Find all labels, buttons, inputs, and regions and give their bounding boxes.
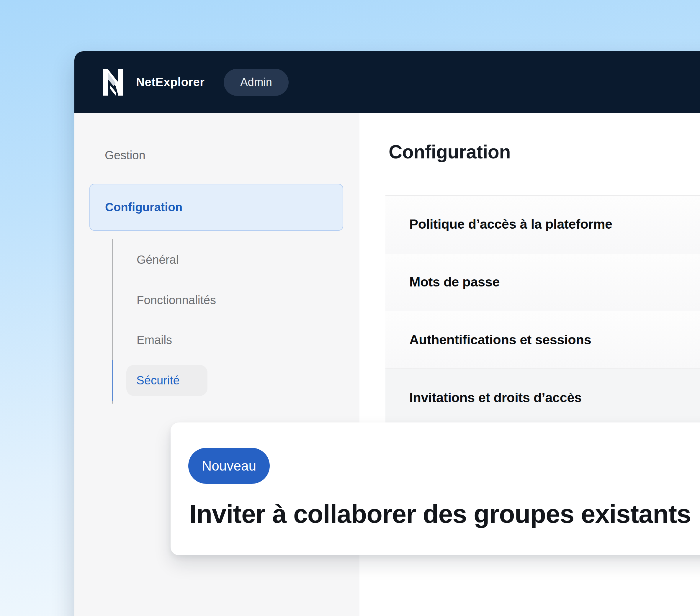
settings-row-label: Invitations et droits d’accès [409,390,582,405]
settings-row-authentifications[interactable]: Authentifications et sessions [385,311,700,368]
settings-row-invitations[interactable]: Invitations et droits d’accès [385,368,700,426]
netexplorer-logo-icon[interactable] [103,69,123,96]
settings-row-politique-acces[interactable]: Politique d’accès à la plateforme [385,195,700,253]
promo-title: Inviter à collaborer des groupes existan… [189,499,691,529]
settings-list: Politique d’accès à la plateforme Mots d… [385,195,700,426]
sidebar-subitem-general[interactable]: Général [137,252,178,267]
sidebar-subitem-securite[interactable]: Sécurité [126,365,208,396]
admin-badge[interactable]: Admin [224,69,289,96]
promo-card: Nouveau Inviter à collaborer des groupes… [171,423,700,555]
brand-name: NetExplorer [136,76,204,89]
settings-row-mots-de-passe[interactable]: Mots de passe [385,253,700,311]
settings-row-label: Authentifications et sessions [409,332,591,348]
top-navigation-bar: NetExplorer Admin [74,51,700,113]
settings-row-label: Mots de passe [409,274,500,290]
sidebar-subitem-fonctionnalites[interactable]: Fonctionnalités [137,292,216,308]
new-feature-badge: Nouveau [188,448,270,484]
sidebar-section-label: Gestion [105,148,146,163]
page-background: { "colors": { "header_bg": "#0a1a2e", "a… [0,0,700,616]
sidebar-item-configuration[interactable]: Configuration [89,184,343,231]
app-window: NetExplorer Admin Gestion Configuration … [74,51,700,616]
sidebar-subitem-emails[interactable]: Emails [137,332,172,348]
page-title: Configuration [389,140,511,164]
subnav-indicator-line [112,239,113,404]
settings-row-label: Politique d’accès à la plateforme [409,216,612,232]
sidebar-subitem-label: Sécurité [136,374,180,387]
sidebar-item-label: Configuration [105,201,183,214]
